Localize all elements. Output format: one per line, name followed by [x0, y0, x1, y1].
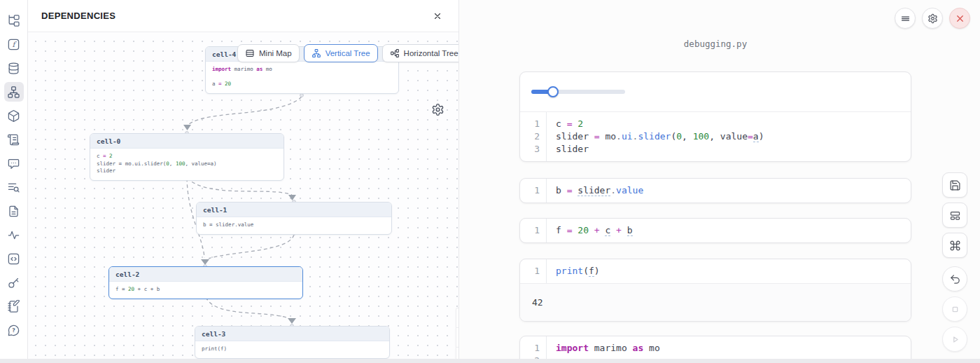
code-box-icon [7, 252, 20, 266]
sidebar-tracebacks-button[interactable] [4, 177, 24, 197]
notebook-action-rail [942, 172, 967, 357]
vertical-tree-button[interactable]: Vertical Tree [304, 44, 378, 62]
cell-editor[interactable]: 1b = slider.value [520, 179, 911, 203]
mini-map-button[interactable]: Mini Map [237, 44, 300, 62]
sidebar-logs-button[interactable] [4, 130, 24, 149]
activity-pulse-icon [7, 228, 20, 242]
slider-widget[interactable] [531, 90, 625, 94]
notebook-top-buttons [895, 8, 970, 29]
sidebar-help-button[interactable]: ? [4, 320, 24, 340]
svg-text:?: ? [12, 327, 15, 334]
horizontal-tree-button[interactable]: Horizontal Tree [382, 44, 458, 62]
graph-node-cell-0[interactable]: cell-0c = 2slider = mo.ui.slider(0, 100,… [90, 133, 284, 181]
edge-cell4-cell0 [188, 97, 302, 125]
notebook-cells: 123c = 2slider = mo.ui.slider(0, 100, va… [519, 71, 911, 363]
notebook-pen-icon [7, 300, 20, 313]
notebook-cell-cell-slider[interactable]: 123c = 2slider = mo.ui.slider(0, 100, va… [519, 71, 911, 162]
cube-icon [7, 109, 20, 123]
notebook-cell-cell-print[interactable]: 1print(f)42 [519, 259, 911, 322]
notebook-filename[interactable]: debugging.py [519, 39, 911, 49]
sidebar-file-explorer-button[interactable] [4, 11, 24, 30]
node-title: cell-3 [195, 327, 389, 341]
layout-icon [949, 210, 961, 221]
sidebar-scratchpad-button[interactable] [4, 296, 24, 316]
sidebar-dependency-graph-button[interactable] [4, 82, 24, 102]
chat-bubble-icon [7, 157, 20, 170]
dependencies-panel: DEPENDENCIES [28, 0, 459, 363]
code-lines[interactable]: f = 20 + c + b [547, 219, 633, 242]
interrupt-button[interactable] [942, 296, 967, 322]
menu-icon [900, 13, 911, 24]
notebook-cell-cell-f[interactable]: 1f = 20 + c + b [519, 218, 911, 243]
scroll-icon [7, 133, 20, 146]
shutdown-button[interactable] [949, 8, 970, 29]
tree-vertical-icon [312, 48, 321, 58]
notebook-menu-button[interactable] [895, 8, 916, 29]
dependencies-panel-title: DEPENDENCIES [41, 11, 115, 21]
dependency-graph-canvas[interactable]: cell-4import marimo as mo a = 20cell-0c … [28, 32, 458, 363]
sidebar-chat-button[interactable] [4, 153, 24, 173]
node-title: cell-2 [109, 267, 302, 282]
app-layout-button[interactable] [942, 203, 967, 228]
sidebar-runtime-button[interactable] [4, 225, 24, 245]
slider-thumb[interactable] [547, 86, 559, 97]
close-icon [955, 13, 965, 24]
sidebar-variables-button[interactable]: f [4, 34, 24, 54]
tree-horizontal-icon [390, 48, 400, 58]
node-code-preview: c = 2slider = mo.ui.slider(0, 100, value… [90, 149, 284, 180]
notebook-settings-button[interactable] [922, 8, 943, 29]
save-icon [949, 179, 961, 191]
code-lines[interactable]: c = 2slider = mo.ui.slider(0, 100, value… [547, 112, 764, 161]
sidebar-data-sources-button[interactable] [4, 58, 24, 78]
mini-map-label: Mini Map [259, 49, 292, 57]
play-icon [949, 334, 961, 345]
sidebar-secrets-button[interactable] [4, 273, 24, 292]
horizontal-tree-label: Horizontal Tree [404, 49, 458, 57]
node-title: cell-1 [197, 203, 391, 217]
network-graph-icon [7, 85, 20, 99]
cell-editor[interactable]: 1print(f) [520, 259, 911, 283]
list-search-icon [7, 181, 20, 194]
save-button[interactable] [942, 172, 967, 198]
app-window: f? DEPENDENCIES [0, 0, 980, 363]
sidebar-snippets-button[interactable] [4, 249, 24, 268]
graph-node-cell-1[interactable]: cell-1b = slider.value [196, 202, 392, 235]
cell-editor[interactable]: 123c = 2slider = mo.ui.slider(0, 100, va… [520, 111, 911, 161]
graph-node-cell-2[interactable]: cell-2f = 20 + c + b [108, 266, 303, 299]
left-sidebar: f? [0, 0, 28, 363]
key-icon [7, 276, 20, 289]
file-tree-icon [7, 14, 20, 27]
edge-cell1-cell2 [209, 235, 294, 259]
node-title: cell-0 [90, 134, 284, 149]
run-button[interactable] [942, 327, 967, 352]
graph-settings-button[interactable] [431, 103, 444, 119]
bottom-scrollbar[interactable] [0, 359, 980, 363]
document-icon [7, 205, 20, 218]
gear-icon [431, 103, 444, 116]
code-lines[interactable]: b = slider.value [547, 179, 643, 203]
cell-editor[interactable]: 1f = 20 + c + b [520, 219, 911, 242]
code-lines[interactable]: print(f) [547, 259, 600, 283]
close-icon [433, 11, 442, 21]
undo-button[interactable] [942, 266, 967, 292]
vertical-tree-label: Vertical Tree [326, 49, 370, 57]
gear-icon [927, 13, 938, 24]
line-numbers: 123 [520, 112, 547, 161]
database-icon [7, 62, 20, 75]
zoom-in-button[interactable] [456, 308, 458, 327]
sidebar-packages-button[interactable] [4, 106, 24, 125]
function-square-icon: f [7, 38, 20, 51]
zoom-out-button[interactable] [456, 327, 458, 347]
command-palette-button[interactable] [942, 233, 967, 258]
graph-node-cell-3[interactable]: cell-3print(f) [195, 326, 390, 359]
rows-icon [245, 48, 255, 58]
help-bubble-icon: ? [7, 324, 20, 337]
cell-output-slider [520, 72, 911, 111]
close-dependencies-button[interactable] [430, 8, 445, 24]
node-code-preview: import marimo as mo a = 20 [206, 62, 398, 93]
sidebar-documentation-button[interactable] [4, 201, 24, 221]
command-icon [949, 240, 961, 252]
notebook-cell-cell-b[interactable]: 1b = slider.value [519, 178, 911, 203]
node-code-preview: print(f) [195, 341, 389, 358]
line-numbers: 1 [520, 219, 547, 242]
